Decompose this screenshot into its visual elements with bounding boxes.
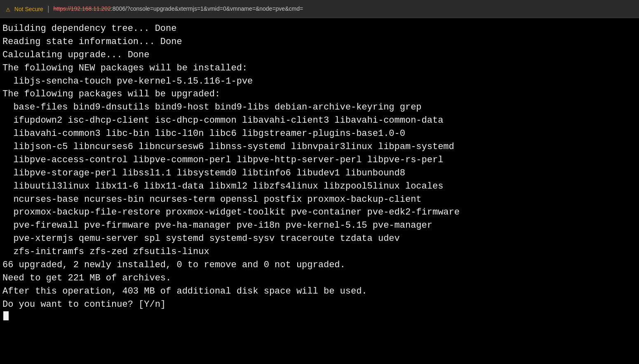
terminal-line-18: 66 upgraded, 2 newly installed, 0 to rem… [2, 259, 637, 272]
terminal-line-19: Need to get 221 MB of archives. [2, 272, 637, 285]
terminal-line-14: proxmox-backup-file-restore proxmox-widg… [2, 206, 637, 219]
terminal-line-20: After this operation, 403 MB of addition… [2, 285, 637, 298]
terminal-line-16: pve-xtermjs qemu-server spl systemd syst… [2, 232, 637, 245]
url-rest: :8006/?console=upgrade&xtermjs=1&vmid=0&… [111, 5, 303, 12]
terminal-line-12: libuutil3linux libx11-6 libx11-data libx… [2, 180, 637, 193]
terminal-output[interactable]: Building dependency tree... Done Reading… [0, 18, 639, 364]
terminal-line-15: pve-firewall pve-firmware pve-ha-manager… [2, 219, 637, 232]
terminal-line-5: The following packages will be upgraded: [2, 88, 637, 101]
warning-icon: ⚠ [6, 5, 10, 14]
terminal-prompt-line[interactable] [2, 311, 637, 320]
terminal-line-4: libjs-sencha-touch pve-kernel-5.15.116-1… [2, 75, 637, 88]
terminal-line-10: libpve-access-control libpve-common-perl… [2, 154, 637, 167]
address-bar: ⚠ Not Secure | https://192.168.11.202:80… [0, 0, 639, 18]
url-highlighted: https://192.168.11.202 [54, 5, 111, 12]
terminal-line-17: zfs-initramfs zfs-zed zfsutils-linux [2, 245, 637, 259]
terminal-line-0: Building dependency tree... Done [2, 22, 637, 35]
terminal-line-6: base-files bind9-dnsutils bind9-host bin… [2, 101, 637, 114]
terminal-line-3: The following NEW packages will be insta… [2, 62, 637, 75]
url-display[interactable]: https://192.168.11.202:8006/?console=upg… [54, 5, 303, 13]
terminal-line-2: Calculating upgrade... Done [2, 49, 637, 62]
terminal-line-11: libpve-storage-perl libssl1.1 libsystemd… [2, 167, 637, 180]
terminal-line-21: Do you want to continue? [Y/n] [2, 298, 637, 311]
terminal-cursor [3, 311, 9, 320]
terminal-line-7: ifupdown2 isc-dhcp-client isc-dhcp-commo… [2, 114, 637, 127]
terminal-line-13: ncurses-base ncurses-bin ncurses-term op… [2, 193, 637, 206]
address-bar-divider: | [47, 5, 49, 13]
not-secure-label: Not Secure [14, 6, 43, 12]
terminal-line-1: Reading state information... Done [2, 35, 637, 49]
terminal-line-8: libavahi-common3 libc-bin libc-l10n libc… [2, 127, 637, 140]
terminal-line-9: libjson-c5 libncurses6 libncursesw6 libn… [2, 140, 637, 154]
